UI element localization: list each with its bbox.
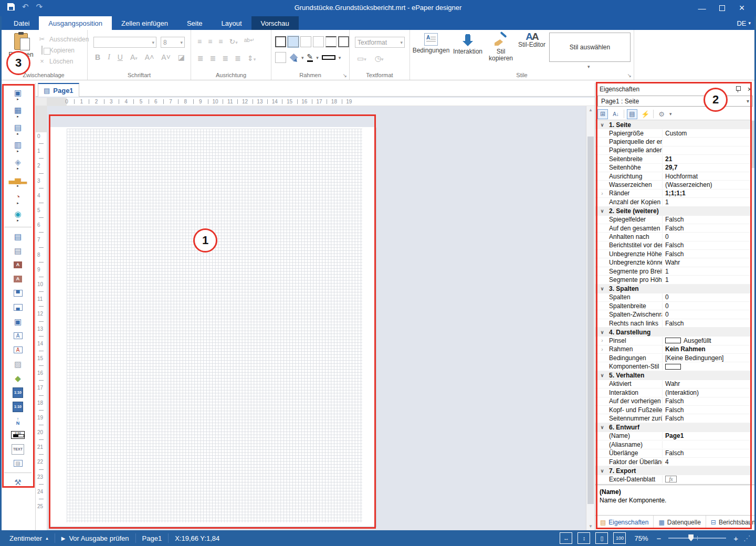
tab-datei[interactable]: Datei — [4, 16, 39, 30]
property-row[interactable]: Spalten-Zwischenrä0 — [595, 310, 751, 319]
property-row[interactable]: Auf der vorherigen SFalsch — [595, 397, 751, 406]
collapse-chevron-icon[interactable]: ∨ — [595, 208, 609, 214]
page-tab[interactable]: ▤ Page1 — [38, 83, 79, 97]
fit-page-height-icon[interactable]: ↕ — [578, 532, 590, 544]
collapse-chevron-icon[interactable]: ∨ — [595, 122, 609, 128]
expand-arrow-icon[interactable]: › — [595, 191, 609, 196]
collapse-chevron-icon[interactable]: ∨ — [595, 373, 609, 378]
property-section-header[interactable]: ∨6. Entwurf — [595, 423, 751, 432]
property-row[interactable]: Anzahl der Kopien1 — [595, 198, 751, 206]
property-section-header[interactable]: ∨2. Seite (weitere) — [595, 207, 751, 216]
stil-editor-button[interactable]: AA Stil-Editor — [516, 33, 548, 48]
property-row[interactable]: (Aliasname) — [595, 440, 751, 449]
settings-dropdown-icon[interactable]: ▾ — [669, 111, 672, 117]
toolbox-rich-text-b[interactable]: A — [0, 272, 36, 286]
unit-selector[interactable]: Zentimeter▴ — [3, 533, 55, 543]
zoom-100-icon[interactable]: 100 — [613, 532, 626, 544]
property-row[interactable]: Papierquelle der ers — [595, 138, 751, 146]
color-swatch[interactable] — [665, 338, 681, 343]
shrink-font-button[interactable]: A˅ — [161, 53, 171, 61]
collapse-chevron-icon[interactable]: ∨ — [595, 330, 609, 335]
rahmen-dialog-launcher-icon[interactable]: ↘ — [343, 72, 347, 78]
collapse-chevron-icon[interactable]: ∨ — [595, 468, 609, 474]
settings-gear-icon[interactable]: ⚙ — [656, 109, 667, 119]
tab-eigenschaften[interactable]: ▤ Eigenschaften — [595, 516, 654, 529]
property-row[interactable]: Unbegrenzte könnerWahr — [595, 258, 751, 267]
resize-grip-icon[interactable]: ⋰ — [743, 534, 751, 542]
tab-zellen-einfuegen[interactable]: Zellen einfügen — [112, 16, 177, 30]
expand-arrow-icon[interactable]: › — [595, 346, 609, 352]
property-value[interactable]: Wahr — [663, 380, 751, 387]
toolbox-text-in-cells[interactable]: ▤ — [0, 244, 36, 258]
border-none-button[interactable] — [300, 36, 311, 47]
property-value[interactable]: Falsch — [663, 449, 751, 457]
datetime-format-icon[interactable]: ◷▾ — [375, 54, 384, 62]
toolbox-image-annotation[interactable]: ▨ — [0, 456, 36, 470]
tab-vorschau[interactable]: Vorschau — [251, 16, 299, 30]
property-value[interactable]: Kein Rahmen — [663, 345, 751, 353]
property-value[interactable]: 1;1;1;1 — [663, 190, 751, 197]
bedingungen-button[interactable]: Bedingungen — [415, 33, 447, 54]
stil-kopieren-button[interactable]: Stil kopieren — [486, 33, 516, 62]
copy-button[interactable]: Kopieren — [38, 45, 89, 56]
property-value[interactable]: 1 — [663, 276, 751, 284]
zoom-out-button[interactable]: − — [656, 534, 661, 543]
property-value[interactable]: 1 — [663, 198, 751, 206]
property-value[interactable]: Falsch — [663, 250, 751, 258]
align-right-icon[interactable]: ≣ — [222, 54, 228, 62]
scroll-down-icon[interactable]: ▼ — [586, 524, 595, 529]
font-family-combo[interactable]: ▾ — [93, 37, 156, 48]
toolbox-tools[interactable]: ⚒ — [0, 475, 36, 489]
property-value[interactable]: Falsch — [663, 415, 751, 422]
property-value[interactable]: (Interaktion) — [663, 389, 751, 396]
property-row[interactable]: Unbegrenzte HöheFalsch — [595, 250, 751, 258]
property-row[interactable]: ›RahmenKein Rahmen — [595, 345, 751, 354]
property-row[interactable]: Berichtstitel vor denFalsch — [595, 242, 751, 250]
property-value[interactable]: 1 — [663, 268, 751, 275]
color-swatch[interactable] — [665, 364, 681, 370]
property-value[interactable]: Custom — [663, 130, 751, 137]
property-row[interactable]: Anhalten nach0 — [595, 233, 751, 241]
property-value[interactable]: Falsch — [663, 242, 751, 249]
property-value[interactable]: 0 — [663, 311, 751, 318]
toolbox-rich-text-a[interactable]: A — [0, 258, 36, 272]
events-icon[interactable]: ⚡ — [640, 109, 650, 119]
property-value[interactable]: 0 — [663, 302, 751, 310]
align-bottom-icon[interactable]: ≡ — [218, 37, 223, 46]
toolbox-page-footer-band[interactable]: ▄ — [0, 300, 36, 314]
toolbox-insert-clone[interactable]: ▤▸ — [0, 121, 36, 138]
toolbox-text-component[interactable]: ▤ — [0, 229, 36, 244]
categorized-view-icon[interactable]: ⊞ — [597, 109, 608, 119]
toolbox-map-region[interactable]: ◆ — [0, 371, 36, 385]
property-row[interactable]: Interaktion(Interaktion) — [595, 388, 751, 397]
minimize-button[interactable]: — — [692, 0, 712, 16]
scrollbar-thumb[interactable] — [587, 136, 594, 504]
property-row[interactable]: Seitenhöhe29,7 — [595, 164, 751, 172]
toolbox-insert-gauge[interactable]: ◔▸ — [0, 190, 36, 207]
toolbox-page-header-band[interactable]: ▀ — [0, 286, 36, 300]
align-left-icon[interactable]: ≣ — [197, 54, 204, 62]
property-value[interactable]: 29,7 — [663, 164, 751, 171]
property-value[interactable]: 21 — [663, 155, 751, 163]
language-selector[interactable]: DE▾ — [737, 16, 751, 30]
property-value[interactable] — [663, 364, 751, 370]
component-selector[interactable]: Page1 : Seite▾ — [597, 96, 753, 107]
border-box-button[interactable] — [338, 36, 349, 47]
expand-arrow-icon[interactable]: › — [595, 338, 609, 343]
design-grid[interactable] — [67, 129, 362, 522]
fit-whole-page-icon[interactable]: ▯ — [595, 532, 608, 544]
fx-expression-icon[interactable]: fx — [665, 476, 677, 482]
property-row[interactable]: Bedingungen[Keine Bedingungen] — [595, 354, 751, 362]
property-row[interactable]: Seitenbreite21 — [595, 155, 751, 163]
property-row[interactable]: Segmente pro Breite1 — [595, 267, 751, 276]
align-top-icon[interactable]: ≡ — [197, 37, 202, 46]
property-row[interactable]: Seitennummer zurücFalsch — [595, 414, 751, 423]
textformat-combo[interactable]: Textformat▾ — [355, 37, 405, 48]
border-inside-button[interactable] — [313, 36, 324, 47]
fill-color-icon[interactable] — [290, 54, 298, 62]
property-row[interactable]: ›PinselAusgefüllt — [595, 337, 751, 345]
property-row[interactable]: Wasserzeichen(Wasserzeichen) — [595, 181, 751, 189]
panel-close-icon[interactable]: × — [748, 86, 752, 92]
currency-format-icon[interactable]: ▭▾ — [357, 54, 366, 62]
fit-page-width-icon[interactable]: ↔ — [560, 532, 572, 544]
